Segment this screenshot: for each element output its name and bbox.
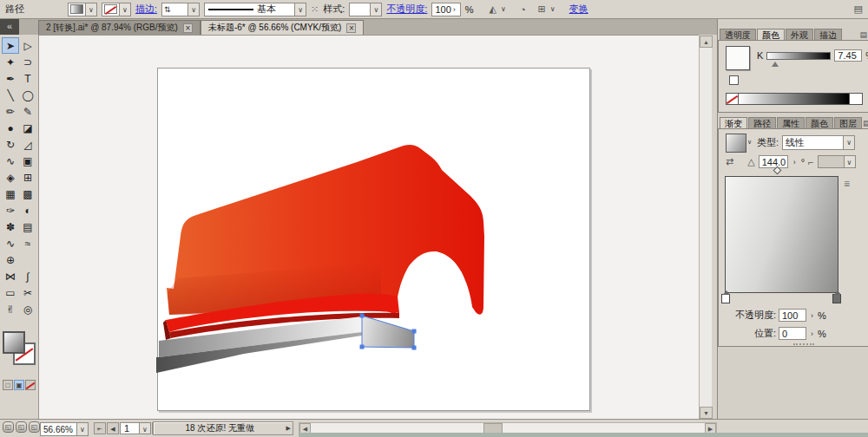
brush-definition-combo[interactable]: 基本 ∨ <box>204 3 306 16</box>
gradient-slider-preview[interactable] <box>725 176 838 293</box>
select-similar-icon[interactable]: ◭ <box>490 3 496 15</box>
rotate-tool[interactable]: ↻ <box>2 136 19 153</box>
width-profile-icon[interactable]: ⁙ <box>311 3 319 15</box>
grayscale-ramp[interactable] <box>739 93 850 105</box>
spinner-icon[interactable]: › <box>792 158 798 166</box>
reverse-gradient-icon[interactable]: ⇄ <box>726 156 733 167</box>
document-tab-2[interactable]: 未标题-6* @ 56.66% (CMYK/预览) × <box>201 20 365 35</box>
tab-stroke[interactable]: 描边 <box>814 29 842 41</box>
mesh-tool[interactable]: ▦ <box>2 186 19 202</box>
tab-gradient[interactable]: 渐变 <box>720 117 747 129</box>
status-indicator-button[interactable]: 18 次还原! 无重做 ▶ <box>153 421 293 435</box>
gradient-location-box[interactable]: 0 <box>779 327 806 340</box>
scale-tool[interactable]: ◿ <box>19 136 36 153</box>
anchor-top-right[interactable] <box>412 329 417 334</box>
none-swatch-icon[interactable] <box>726 93 739 105</box>
stroke-color-dropdown[interactable]: ∨ <box>102 3 131 16</box>
none-mode-button[interactable] <box>25 380 36 390</box>
tab-collapse-button[interactable]: « <box>0 19 19 35</box>
eraser-tool[interactable]: ◪ <box>19 120 36 136</box>
anchor-bottom-right[interactable] <box>412 346 417 350</box>
column-graph-tool[interactable]: ▤ <box>19 218 36 235</box>
free-transform-tool[interactable]: ▣ <box>19 153 36 169</box>
fill-indicator-swatch[interactable] <box>729 75 739 85</box>
artboard-number-combo[interactable]: 1 ∨ <box>120 422 151 434</box>
chevron-down-icon[interactable]: ∨ <box>187 3 199 16</box>
stepper-icon[interactable]: ⇅ <box>162 5 173 14</box>
pencil-tool[interactable]: ✎ <box>19 103 36 120</box>
gradient-opacity-box[interactable]: 100 <box>779 309 806 322</box>
panel-resize-grip[interactable] <box>793 343 814 345</box>
tab-attributes[interactable]: 属性 <box>777 117 805 129</box>
type-tool[interactable]: T <box>19 70 36 87</box>
live-paint-bucket-tool[interactable]: ⊕ <box>2 251 19 268</box>
align-grid-icon[interactable]: ⊞ <box>538 3 546 15</box>
color-guide-tool[interactable]: ≈ <box>19 235 36 251</box>
document-tab-1[interactable]: 2 [转换].ai* @ 87.94% (RGB/预览) × <box>38 20 201 35</box>
scroll-up-icon[interactable]: ▲ <box>700 36 713 48</box>
panel-menu-icon[interactable]: ▤ <box>863 117 868 129</box>
stroke-link[interactable]: 描边: <box>135 3 157 16</box>
anchor-top-left[interactable] <box>360 314 365 318</box>
close-icon[interactable]: × <box>183 23 193 33</box>
transform-link[interactable]: 变换 <box>569 3 589 16</box>
gradient-annotator-icon[interactable]: ⌐ <box>808 157 813 167</box>
chevron-down-icon[interactable]: ∨ <box>294 3 306 16</box>
first-artboard-icon[interactable]: ⇤ <box>94 422 106 434</box>
chevron-down-icon[interactable]: ∨ <box>501 5 506 13</box>
chevron-down-icon[interactable]: ∨ <box>76 423 88 435</box>
gradient-type-combo[interactable]: 线性 ∨ <box>782 135 855 150</box>
chevron-down-icon[interactable]: ∨ <box>370 3 381 16</box>
blob-brush-tool[interactable]: ● <box>2 120 19 136</box>
gradient-mode-button[interactable]: ▣ <box>14 380 24 390</box>
blend-tool[interactable]: ◐ <box>19 202 36 218</box>
zoom-level-combo[interactable]: 56.66% ∨ <box>40 422 89 436</box>
style-combo[interactable]: ∨ <box>349 3 382 16</box>
slice-tool[interactable]: ✂ <box>19 284 36 301</box>
scroll-down-icon[interactable]: ▼ <box>700 407 713 419</box>
tab-color2[interactable]: 颜色 <box>806 117 833 129</box>
gradient-stop-left[interactable] <box>721 294 730 303</box>
tab-appearance[interactable]: 外观 <box>786 29 813 41</box>
pen-tool[interactable]: ✒ <box>2 70 19 87</box>
paintbrush-tool[interactable]: ✏ <box>2 103 19 120</box>
spinner-icon[interactable]: › <box>809 311 815 320</box>
warp-tool[interactable]: ∿ <box>2 235 19 251</box>
chevron-down-icon[interactable]: ∨ <box>747 139 752 146</box>
curvature-tool[interactable]: ∫ <box>19 268 36 284</box>
stroke-weight-combo[interactable]: ⇅ ∨ <box>161 3 200 16</box>
gradient-tool[interactable]: ▩ <box>19 186 36 202</box>
gradient-thumbnail[interactable] <box>726 134 746 153</box>
knife-tool[interactable]: ⋈ <box>2 268 19 284</box>
spinner-icon[interactable]: › <box>451 5 457 14</box>
canvas-vscrollbar[interactable]: ▲ ▼ <box>699 36 712 419</box>
ellipse-tool[interactable]: ◯ <box>19 87 36 103</box>
chevron-down-icon[interactable]: ∨ <box>139 423 150 434</box>
current-color-swatch[interactable] <box>726 46 750 70</box>
chevron-down-icon[interactable]: ∨ <box>85 3 96 16</box>
chevron-down-icon[interactable]: ∨ <box>119 3 130 16</box>
white-swatch[interactable] <box>850 93 863 105</box>
prev-artboard-icon[interactable]: ◀ <box>107 422 119 434</box>
color-mode-button[interactable]: □ <box>3 380 13 390</box>
opacity-value-box[interactable]: 100 › <box>431 3 460 16</box>
width-tool[interactable]: ∿ <box>2 153 19 169</box>
screen-mode-menubar-icon[interactable]: ◱ <box>16 421 27 433</box>
k-slider[interactable] <box>766 52 831 60</box>
direct-selection-tool[interactable]: ▷ <box>19 37 36 54</box>
eyedropper-tool[interactable]: ✑ <box>2 202 19 218</box>
status-flyout-icon[interactable]: ▶ <box>286 425 293 432</box>
canvas-area[interactable] <box>39 35 699 419</box>
selection-tool[interactable]: ➤ <box>2 37 19 54</box>
gradient-stop-right[interactable] <box>832 294 841 303</box>
perspective-grid-tool[interactable]: ⊞ <box>19 169 36 186</box>
close-icon[interactable]: × <box>346 23 356 33</box>
angle-value-box[interactable]: 144.0 <box>759 155 788 168</box>
spinner-icon[interactable]: › <box>809 329 815 338</box>
dock-collapse-icon[interactable]: ▤ <box>854 3 863 15</box>
magic-wand-tool[interactable]: ✦ <box>2 54 19 70</box>
chevron-down-icon[interactable]: ∨ <box>550 5 556 13</box>
screen-mode-normal-icon[interactable]: ◱ <box>3 421 14 433</box>
selected-endcap-shape[interactable] <box>362 316 414 348</box>
hand-tool[interactable]: ✌ <box>2 301 19 317</box>
